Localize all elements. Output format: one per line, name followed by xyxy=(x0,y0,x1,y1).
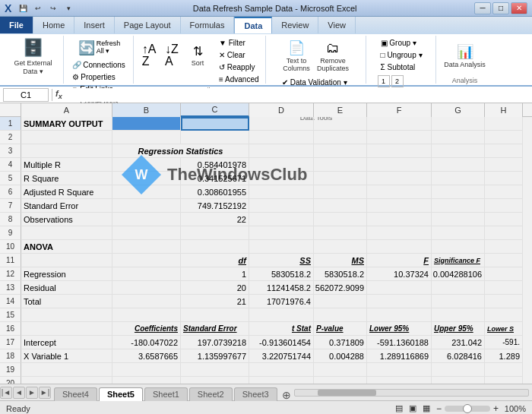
cell-h16[interactable]: Lower S xyxy=(485,322,523,336)
cell-f5[interactable] xyxy=(367,172,432,185)
col-header-h[interactable]: H xyxy=(485,103,523,117)
cell-c1[interactable] xyxy=(181,117,249,131)
tab-first-btn[interactable]: |◄ xyxy=(0,387,12,399)
cell-e5[interactable] xyxy=(314,172,367,185)
col-header-d[interactable]: D xyxy=(249,103,314,117)
tab-last-btn[interactable]: ►| xyxy=(39,387,51,399)
cell-h1[interactable] xyxy=(485,117,523,131)
cell-e4[interactable] xyxy=(314,158,367,172)
cell-d2[interactable] xyxy=(249,131,314,144)
cell-a8[interactable]: Observations xyxy=(21,213,112,226)
cell-g15[interactable] xyxy=(432,308,485,322)
cell-e14[interactable] xyxy=(314,295,367,308)
col-header-a[interactable]: A xyxy=(21,103,112,117)
sheet-tab-sheet4[interactable]: Sheet4 xyxy=(54,387,97,401)
ungroup-btn[interactable]: □ Ungroup ▾ xyxy=(378,49,426,61)
cell-e1[interactable] xyxy=(314,117,367,131)
advanced-btn[interactable]: ≡ Advanced xyxy=(216,74,262,85)
tab-insert[interactable]: Insert xyxy=(74,17,115,33)
cell-h18[interactable]: 1.289 xyxy=(485,349,523,363)
cell-c12[interactable]: 1 xyxy=(181,267,249,281)
quick-access[interactable]: X 💾 ↩ ↪ ▾ xyxy=(5,2,75,14)
cell-c6[interactable]: 0.308601955 xyxy=(181,185,249,199)
cell-a4[interactable]: Multiple R xyxy=(21,158,112,172)
cell-c7[interactable]: 749.7152192 xyxy=(181,199,249,213)
tab-navigation[interactable]: |◄ ◄ ► ►| xyxy=(0,387,51,399)
tab-formulas[interactable]: Formulas xyxy=(181,17,235,33)
cell-g7[interactable] xyxy=(432,199,485,213)
maximize-btn[interactable]: □ xyxy=(492,2,509,14)
cell-d1[interactable] xyxy=(249,117,314,131)
cell-d18[interactable]: 3.220751744 xyxy=(249,349,314,363)
cell-b17[interactable]: -180.047022 xyxy=(112,336,181,349)
cell-g14[interactable] xyxy=(432,295,485,308)
cell-d17[interactable]: -0.913601454 xyxy=(249,336,314,349)
cell-d5[interactable] xyxy=(249,172,314,185)
tab-file[interactable]: File xyxy=(0,17,33,33)
cell-e10[interactable] xyxy=(314,240,367,254)
cell-c10[interactable] xyxy=(181,240,249,254)
cell-g9[interactable] xyxy=(432,226,485,240)
cell-d12[interactable]: 5830518.2 xyxy=(249,267,314,281)
cell-e2[interactable] xyxy=(314,131,367,144)
col-header-f[interactable]: F xyxy=(367,103,432,117)
cell-f6[interactable] xyxy=(367,185,432,199)
view-layout-btn[interactable]: ▣ xyxy=(409,403,416,413)
cell-a17[interactable]: Intercept xyxy=(21,336,112,349)
col-header-c[interactable]: C xyxy=(181,103,249,117)
cell-a18[interactable]: X Variable 1 xyxy=(21,349,112,363)
tab-next-btn[interactable]: ► xyxy=(26,387,38,399)
cell-a1[interactable]: SUMMARY OUTPUT xyxy=(21,117,112,131)
cell-d15[interactable] xyxy=(249,308,314,322)
data-analysis-btn[interactable]: 📊 Data Analysis xyxy=(441,37,489,75)
cell-a14[interactable]: Total xyxy=(21,295,112,308)
zoom-slider[interactable] xyxy=(445,406,490,412)
tab-review[interactable]: Review xyxy=(272,17,318,33)
cell-b10[interactable] xyxy=(112,240,181,254)
cell-g16[interactable]: Upper 95% xyxy=(432,322,485,336)
cell-f12[interactable]: 10.37324 xyxy=(367,267,432,281)
cell-c8[interactable]: 22 xyxy=(181,213,249,226)
cell-b15[interactable] xyxy=(112,308,181,322)
cell-a7[interactable]: Standard Error xyxy=(21,199,112,213)
cell-a13[interactable]: Residual xyxy=(21,281,112,295)
cell-a10[interactable]: ANOVA xyxy=(21,240,112,254)
cell-h12[interactable] xyxy=(485,267,523,281)
cell-h7[interactable] xyxy=(485,199,523,213)
cell-f3[interactable] xyxy=(367,144,432,158)
cell-a6[interactable]: Adjusted R Square xyxy=(21,185,112,199)
cell-c15[interactable] xyxy=(181,308,249,322)
sheet-tab-sheet1[interactable]: Sheet1 xyxy=(144,387,188,401)
cell-f16[interactable]: Lower 95% xyxy=(367,322,432,336)
cell-h5[interactable] xyxy=(485,172,523,185)
cell-b18[interactable]: 3.6587665 xyxy=(112,349,181,363)
cell-c2[interactable] xyxy=(181,131,249,144)
cell-f7[interactable] xyxy=(367,199,432,213)
cell-b7[interactable] xyxy=(112,199,181,213)
cell-f15[interactable] xyxy=(367,308,432,322)
cell-g6[interactable] xyxy=(432,185,485,199)
cell-c9[interactable] xyxy=(181,226,249,240)
cell-e7[interactable] xyxy=(314,199,367,213)
cell-b11[interactable] xyxy=(112,254,181,267)
cell-b5[interactable] xyxy=(112,172,181,185)
cell-g18[interactable]: 6.028416 xyxy=(432,349,485,363)
cell-c16[interactable]: Standard Error xyxy=(181,322,249,336)
sort-btn[interactable]: ⇅ Sort xyxy=(184,37,211,74)
cell-g11[interactable]: Significance F xyxy=(432,254,485,267)
cell-a5[interactable]: R Square xyxy=(21,172,112,185)
cell-e11[interactable]: MS xyxy=(314,254,367,267)
cell-b3[interactable]: Regression Statistics xyxy=(112,144,249,158)
cell-f10[interactable] xyxy=(367,240,432,254)
cell-b16[interactable]: Coefficients xyxy=(112,322,181,336)
cell-c17[interactable]: 197.0739218 xyxy=(181,336,249,349)
cell-h6[interactable] xyxy=(485,185,523,199)
cell-c5[interactable]: 0.341525671 xyxy=(181,172,249,185)
refresh-all-btn[interactable]: 🔄 RefreshAll ▾ xyxy=(69,37,130,58)
formula-input[interactable] xyxy=(65,88,529,102)
cell-e8[interactable] xyxy=(314,213,367,226)
minimize-btn[interactable]: ─ xyxy=(474,2,491,14)
cell-d16[interactable]: t Stat xyxy=(249,322,314,336)
filter-btn[interactable]: ▼ Filter xyxy=(216,37,262,49)
sheet-tab-sheet3[interactable]: Sheet3 xyxy=(234,387,277,401)
